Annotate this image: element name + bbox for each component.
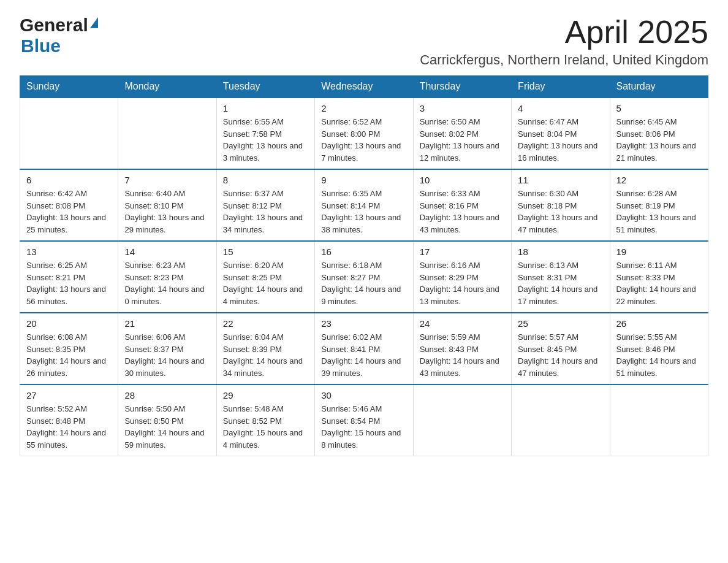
day-info: Sunrise: 6:18 AM Sunset: 8:27 PM Dayligh… [321,259,406,307]
sunrise-text: Sunrise: 6:25 AM [26,261,87,270]
day-info: Sunrise: 6:25 AM Sunset: 8:21 PM Dayligh… [26,259,112,307]
calendar-day-cell: 12 Sunrise: 6:28 AM Sunset: 8:19 PM Dayl… [610,169,708,241]
sunrise-text: Sunrise: 5:48 AM [223,404,284,413]
calendar-day-cell: 23 Sunrise: 6:02 AM Sunset: 8:41 PM Dayl… [315,313,413,385]
sunrise-text: Sunrise: 5:50 AM [124,404,185,413]
calendar-day-cell: 21 Sunrise: 6:06 AM Sunset: 8:37 PM Dayl… [118,313,216,385]
day-number: 18 [518,247,603,257]
day-info: Sunrise: 5:57 AM Sunset: 8:45 PM Dayligh… [518,331,603,379]
day-info: Sunrise: 6:28 AM Sunset: 8:19 PM Dayligh… [616,188,702,236]
day-info: Sunrise: 6:37 AM Sunset: 8:12 PM Dayligh… [223,188,308,236]
calendar-day-cell: 1 Sunrise: 6:55 AM Sunset: 7:58 PM Dayli… [216,98,314,169]
daylight-text: Daylight: 14 hours and 51 minutes. [616,356,696,378]
logo-general-text: General [20,15,88,36]
calendar-day-cell [512,385,610,456]
day-number: 19 [616,247,702,257]
daylight-text: Daylight: 13 hours and 29 minutes. [124,213,204,234]
month-title: April 2025 [420,15,708,50]
calendar-day-cell: 20 Sunrise: 6:08 AM Sunset: 8:35 PM Dayl… [20,313,118,385]
day-number: 27 [26,390,112,400]
sunset-text: Sunset: 8:18 PM [518,201,577,210]
sunrise-text: Sunrise: 6:11 AM [616,261,677,270]
calendar-day-cell: 11 Sunrise: 6:30 AM Sunset: 8:18 PM Dayl… [512,169,610,241]
sunset-text: Sunset: 8:19 PM [616,201,675,210]
day-number: 9 [321,175,406,185]
day-info: Sunrise: 5:59 AM Sunset: 8:43 PM Dayligh… [420,331,505,379]
sunrise-text: Sunrise: 6:20 AM [223,261,284,270]
day-of-week-header: Monday [118,76,216,98]
day-of-week-header: Tuesday [216,76,314,98]
calendar-day-cell: 22 Sunrise: 6:04 AM Sunset: 8:39 PM Dayl… [216,313,314,385]
sunset-text: Sunset: 8:23 PM [124,273,183,282]
daylight-text: Daylight: 13 hours and 12 minutes. [420,141,499,163]
sunset-text: Sunset: 8:35 PM [26,345,85,354]
sunset-text: Sunset: 8:06 PM [616,129,675,139]
calendar-week-row: 27 Sunrise: 5:52 AM Sunset: 8:48 PM Dayl… [20,385,708,456]
day-info: Sunrise: 5:46 AM Sunset: 8:54 PM Dayligh… [321,403,406,451]
sunset-text: Sunset: 8:52 PM [223,416,282,426]
sunrise-text: Sunrise: 6:40 AM [124,189,185,198]
calendar-day-cell: 3 Sunrise: 6:50 AM Sunset: 8:02 PM Dayli… [413,98,511,169]
calendar-day-cell: 14 Sunrise: 6:23 AM Sunset: 8:23 PM Dayl… [118,241,216,313]
sunset-text: Sunset: 7:58 PM [223,129,282,139]
days-of-week-row: SundayMondayTuesdayWednesdayThursdayFrid… [20,76,708,98]
day-number: 17 [420,247,505,257]
day-number: 6 [26,175,112,185]
calendar-week-row: 6 Sunrise: 6:42 AM Sunset: 8:08 PM Dayli… [20,169,708,241]
calendar-day-cell: 13 Sunrise: 6:25 AM Sunset: 8:21 PM Dayl… [20,241,118,313]
day-number: 3 [420,103,505,113]
sunrise-text: Sunrise: 6:02 AM [321,332,382,342]
calendar-day-cell: 6 Sunrise: 6:42 AM Sunset: 8:08 PM Dayli… [20,169,118,241]
daylight-text: Daylight: 13 hours and 56 minutes. [26,285,106,306]
calendar-day-cell: 26 Sunrise: 5:55 AM Sunset: 8:46 PM Dayl… [610,313,708,385]
sunset-text: Sunset: 8:43 PM [420,345,479,354]
daylight-text: Daylight: 14 hours and 26 minutes. [26,356,106,378]
day-number: 11 [518,175,603,185]
day-number: 8 [223,175,308,185]
sunrise-text: Sunrise: 6:55 AM [223,117,284,126]
calendar-day-cell: 27 Sunrise: 5:52 AM Sunset: 8:48 PM Dayl… [20,385,118,456]
sunset-text: Sunset: 8:16 PM [420,201,479,210]
location-title: Carrickfergus, Northern Ireland, United … [420,52,708,68]
day-number: 13 [26,247,112,257]
sunrise-text: Sunrise: 6:33 AM [420,189,480,198]
calendar-header: SundayMondayTuesdayWednesdayThursdayFrid… [20,76,708,98]
calendar-day-cell: 5 Sunrise: 6:45 AM Sunset: 8:06 PM Dayli… [610,98,708,169]
daylight-text: Daylight: 13 hours and 7 minutes. [321,141,401,163]
sunset-text: Sunset: 8:41 PM [321,345,380,354]
sunset-text: Sunset: 8:27 PM [321,273,380,282]
day-of-week-header: Friday [512,76,610,98]
day-number: 5 [616,103,702,113]
calendar-day-cell: 18 Sunrise: 6:13 AM Sunset: 8:31 PM Dayl… [512,241,610,313]
day-of-week-header: Sunday [20,76,118,98]
day-info: Sunrise: 6:06 AM Sunset: 8:37 PM Dayligh… [124,331,210,379]
sunrise-text: Sunrise: 6:37 AM [223,189,284,198]
day-info: Sunrise: 6:52 AM Sunset: 8:00 PM Dayligh… [321,116,406,164]
calendar-day-cell: 10 Sunrise: 6:33 AM Sunset: 8:16 PM Dayl… [413,169,511,241]
daylight-text: Daylight: 13 hours and 34 minutes. [223,213,303,234]
day-number: 21 [124,318,210,329]
sunrise-text: Sunrise: 6:45 AM [616,117,677,126]
day-info: Sunrise: 6:04 AM Sunset: 8:39 PM Dayligh… [223,331,308,379]
calendar-day-cell: 28 Sunrise: 5:50 AM Sunset: 8:50 PM Dayl… [118,385,216,456]
day-info: Sunrise: 6:50 AM Sunset: 8:02 PM Dayligh… [420,116,505,164]
day-number: 1 [223,103,308,113]
sunset-text: Sunset: 8:37 PM [124,345,183,354]
day-info: Sunrise: 6:42 AM Sunset: 8:08 PM Dayligh… [26,188,112,236]
calendar-day-cell: 30 Sunrise: 5:46 AM Sunset: 8:54 PM Dayl… [315,385,413,456]
page-header: General Blue April 2025 Carrickfergus, N… [20,15,708,68]
day-of-week-header: Saturday [610,76,708,98]
sunset-text: Sunset: 8:48 PM [26,416,85,426]
calendar-day-cell: 17 Sunrise: 6:16 AM Sunset: 8:29 PM Dayl… [413,241,511,313]
daylight-text: Daylight: 13 hours and 47 minutes. [518,213,597,234]
daylight-text: Daylight: 13 hours and 38 minutes. [321,213,401,234]
day-info: Sunrise: 5:52 AM Sunset: 8:48 PM Dayligh… [26,403,112,451]
day-number: 28 [124,390,210,400]
sunset-text: Sunset: 8:29 PM [420,273,479,282]
daylight-text: Daylight: 14 hours and 30 minutes. [124,356,204,378]
sunrise-text: Sunrise: 6:06 AM [124,332,185,342]
sunrise-text: Sunrise: 6:04 AM [223,332,284,342]
calendar-day-cell: 19 Sunrise: 6:11 AM Sunset: 8:33 PM Dayl… [610,241,708,313]
calendar-day-cell: 29 Sunrise: 5:48 AM Sunset: 8:52 PM Dayl… [216,385,314,456]
day-number: 26 [616,318,702,329]
